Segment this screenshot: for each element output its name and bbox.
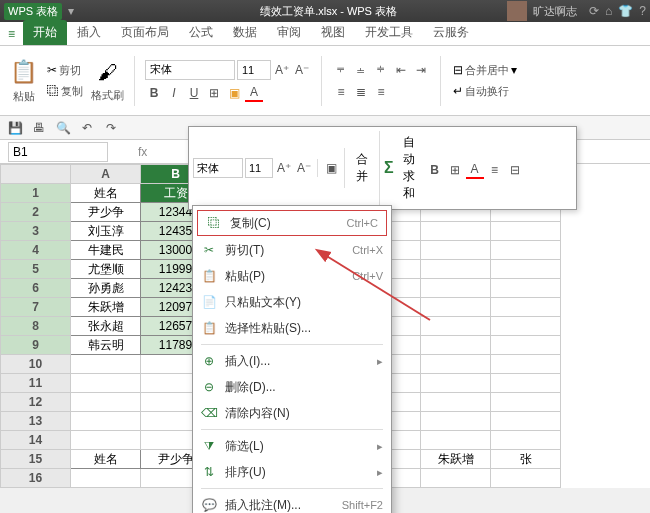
- tab-审阅[interactable]: 审阅: [267, 20, 311, 45]
- avatar[interactable]: [507, 1, 527, 21]
- help-icon[interactable]: ?: [639, 4, 646, 18]
- paste-button[interactable]: 📋: [8, 57, 39, 87]
- cell-G13[interactable]: [491, 412, 561, 431]
- row-header-5[interactable]: 5: [1, 260, 71, 279]
- align-top-icon[interactable]: ⫧: [332, 61, 350, 79]
- save-icon[interactable]: 💾: [6, 119, 24, 137]
- row-header-6[interactable]: 6: [1, 279, 71, 298]
- row-header-3[interactable]: 3: [1, 222, 71, 241]
- cell-F8[interactable]: [421, 317, 491, 336]
- cell-G3[interactable]: [491, 222, 561, 241]
- mini-font-color-button[interactable]: A: [466, 161, 484, 179]
- tab-页面布局[interactable]: 页面布局: [111, 20, 179, 45]
- dropdown-icon[interactable]: ▾: [68, 4, 74, 18]
- merge-center-button[interactable]: ⊟合并居中▾: [451, 61, 519, 80]
- shirt-icon[interactable]: 👕: [618, 4, 633, 18]
- mini-border-button[interactable]: ⊞: [446, 161, 464, 179]
- cell-G4[interactable]: [491, 241, 561, 260]
- cell-G7[interactable]: [491, 298, 561, 317]
- ctx-comment[interactable]: 💬插入批注(M)...Shift+F2: [193, 492, 391, 513]
- cell-G9[interactable]: [491, 336, 561, 355]
- underline-button[interactable]: U: [185, 84, 203, 102]
- mini-font-name[interactable]: [193, 158, 243, 178]
- mini-autosum-button[interactable]: 自动求和: [396, 131, 422, 205]
- cell-F5[interactable]: [421, 260, 491, 279]
- print-icon[interactable]: 🖶: [30, 119, 48, 137]
- cell-A13[interactable]: [71, 412, 141, 431]
- row-header-10[interactable]: 10: [1, 355, 71, 374]
- cell-A12[interactable]: [71, 393, 141, 412]
- ctx-filter[interactable]: ⧩筛选(L)▸: [193, 433, 391, 459]
- cell-G12[interactable]: [491, 393, 561, 412]
- align-bottom-icon[interactable]: ⫩: [372, 61, 390, 79]
- cell-F10[interactable]: [421, 355, 491, 374]
- mini-fill-icon[interactable]: ▣: [322, 159, 340, 177]
- cell-G14[interactable]: [491, 431, 561, 450]
- ctx-paste-special[interactable]: 📋选择性粘贴(S)...: [193, 315, 391, 341]
- cell-A9[interactable]: 韩云明: [71, 336, 141, 355]
- cell-F9[interactable]: [421, 336, 491, 355]
- cell-F13[interactable]: [421, 412, 491, 431]
- tab-数据[interactable]: 数据: [223, 20, 267, 45]
- shrink-font-icon[interactable]: A⁻: [293, 61, 311, 79]
- align-left-icon[interactable]: ≡: [332, 83, 350, 101]
- name-box[interactable]: [8, 142, 108, 162]
- cell-G10[interactable]: [491, 355, 561, 374]
- tab-视图[interactable]: 视图: [311, 20, 355, 45]
- cell-A16[interactable]: [71, 469, 141, 488]
- italic-button[interactable]: I: [165, 84, 183, 102]
- col-header-A[interactable]: A: [71, 165, 141, 184]
- ctx-paste-text[interactable]: 📄只粘贴文本(Y): [193, 289, 391, 315]
- cell-F7[interactable]: [421, 298, 491, 317]
- ctx-sort[interactable]: ⇅排序(U)▸: [193, 459, 391, 485]
- font-name-select[interactable]: [145, 60, 235, 80]
- fill-color-button[interactable]: ▣: [225, 84, 243, 102]
- align-right-icon[interactable]: ≡: [372, 83, 390, 101]
- cell-F4[interactable]: [421, 241, 491, 260]
- row-header-14[interactable]: 14: [1, 431, 71, 450]
- cell-F16[interactable]: [421, 469, 491, 488]
- font-color-button[interactable]: A: [245, 84, 263, 102]
- cell-A6[interactable]: 孙勇彪: [71, 279, 141, 298]
- cut-button[interactable]: ✂剪切: [45, 61, 85, 80]
- cell-F6[interactable]: [421, 279, 491, 298]
- indent-increase-icon[interactable]: ⇥: [412, 61, 430, 79]
- row-header-16[interactable]: 16: [1, 469, 71, 488]
- cell-G5[interactable]: [491, 260, 561, 279]
- format-painter-button[interactable]: 🖌: [96, 59, 120, 86]
- fx-icon[interactable]: fx: [138, 145, 147, 159]
- cell-G11[interactable]: [491, 374, 561, 393]
- mini-bold-button[interactable]: B: [426, 161, 444, 179]
- cell-F15[interactable]: 朱跃增: [421, 450, 491, 469]
- cell-A15[interactable]: 姓名: [71, 450, 141, 469]
- ctx-paste[interactable]: 📋粘贴(P)Ctrl+V: [193, 263, 391, 289]
- row-header-13[interactable]: 13: [1, 412, 71, 431]
- cell-F12[interactable]: [421, 393, 491, 412]
- mini-font-size[interactable]: [245, 158, 273, 178]
- ctx-cut[interactable]: ✂剪切(T)Ctrl+X: [193, 237, 391, 263]
- row-header-8[interactable]: 8: [1, 317, 71, 336]
- font-size-select[interactable]: [237, 60, 271, 80]
- cell-G16[interactable]: [491, 469, 561, 488]
- undo-icon[interactable]: ↶: [78, 119, 96, 137]
- align-middle-icon[interactable]: ⫨: [352, 61, 370, 79]
- row-header-1[interactable]: 1: [1, 184, 71, 203]
- cell-A2[interactable]: 尹少争: [71, 203, 141, 222]
- redo-icon[interactable]: ↷: [102, 119, 120, 137]
- cell-A10[interactable]: [71, 355, 141, 374]
- cell-G15[interactable]: 张: [491, 450, 561, 469]
- ctx-copy[interactable]: ⿻复制(C)Ctrl+C: [197, 210, 387, 236]
- cell-G8[interactable]: [491, 317, 561, 336]
- cell-A8[interactable]: 张永超: [71, 317, 141, 336]
- row-header-7[interactable]: 7: [1, 298, 71, 317]
- row-header-15[interactable]: 15: [1, 450, 71, 469]
- tab-开始[interactable]: 开始: [23, 20, 67, 45]
- grow-font-icon[interactable]: A⁺: [273, 61, 291, 79]
- sync-icon[interactable]: ⟳: [589, 4, 599, 18]
- tab-云服务[interactable]: 云服务: [423, 20, 479, 45]
- border-button[interactable]: ⊞: [205, 84, 223, 102]
- mini-grow-font-icon[interactable]: A⁺: [275, 159, 293, 177]
- row-header-9[interactable]: 9: [1, 336, 71, 355]
- cell-A7[interactable]: 朱跃增: [71, 298, 141, 317]
- preview-icon[interactable]: 🔍: [54, 119, 72, 137]
